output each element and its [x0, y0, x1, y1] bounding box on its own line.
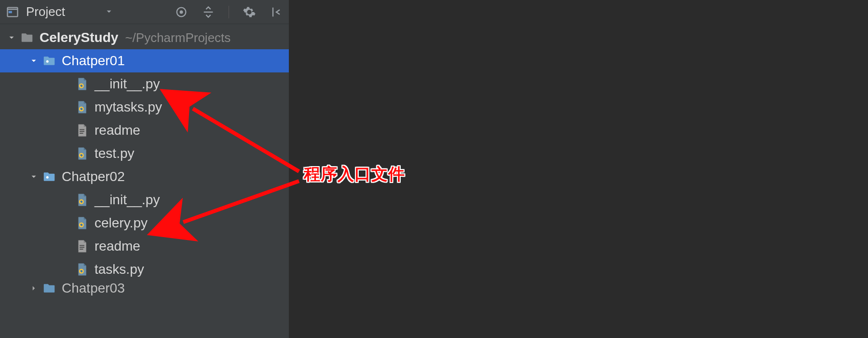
python-package-icon [41, 54, 58, 68]
python-file-icon [73, 146, 91, 161]
tree-file-test[interactable]: test.py [0, 142, 289, 165]
tree-node-label: Chatper02 [62, 169, 125, 184]
project-view-icon[interactable] [6, 5, 19, 19]
tree-node-label: Chatper01 [62, 53, 125, 69]
tree-file-label: celery.py [95, 215, 148, 231]
svg-rect-18 [80, 247, 84, 248]
tree-file-tasks[interactable]: tasks.py [0, 258, 289, 281]
tree-file-init-ch01[interactable]: __init__.py [0, 72, 289, 96]
scroll-from-source-icon[interactable] [175, 5, 188, 19]
svg-point-4 [180, 11, 183, 13]
svg-rect-19 [80, 249, 83, 250]
python-file-icon [73, 193, 91, 207]
svg-rect-10 [80, 129, 84, 130]
text-file-icon [73, 123, 91, 138]
tree-node-chapter01[interactable]: Chatper01 [0, 49, 289, 72]
tree-file-label: __init__.py [95, 192, 160, 208]
expand-arrow-icon[interactable] [5, 33, 18, 42]
tree-file-label: test.py [95, 146, 134, 161]
project-toolbar: Project [0, 0, 289, 24]
project-root-label: CeleryStudy [40, 30, 118, 45]
tree-file-celery[interactable]: celery.py [0, 211, 289, 235]
tree-file-mytasks[interactable]: mytasks.py [0, 96, 289, 119]
python-file-icon [73, 77, 91, 91]
svg-point-14 [46, 176, 49, 179]
settings-icon[interactable] [243, 5, 256, 19]
project-view-dropdown-icon[interactable] [105, 4, 113, 19]
project-root-path: ~/PycharmProjects [125, 30, 231, 45]
expand-arrow-icon[interactable] [27, 172, 41, 181]
svg-rect-12 [80, 133, 83, 134]
project-sidebar: Project [0, 0, 289, 338]
hide-icon[interactable] [270, 5, 283, 19]
tree-node-project-root[interactable]: CeleryStudy ~/PycharmProjects [0, 26, 289, 49]
python-file-icon [73, 100, 91, 114]
tree-file-init-ch02[interactable]: __init__.py [0, 188, 289, 211]
svg-rect-11 [80, 131, 84, 132]
project-tree[interactable]: CeleryStudy ~/PycharmProjects Chatper01 … [0, 24, 289, 338]
collapse-all-icon[interactable] [202, 5, 215, 19]
svg-rect-2 [9, 11, 12, 13]
expand-arrow-icon[interactable] [27, 284, 41, 293]
tree-node-chapter03[interactable]: Chatper03 [0, 281, 289, 296]
python-file-icon [73, 216, 91, 230]
tree-file-label: mytasks.py [95, 99, 162, 115]
svg-point-7 [46, 60, 49, 63]
tree-file-label: readme [95, 239, 140, 254]
tree-file-readme-ch01[interactable]: readme [0, 119, 289, 142]
text-file-icon [73, 239, 91, 254]
tree-node-chapter02[interactable]: Chatper02 [0, 165, 289, 188]
folder-icon [18, 30, 36, 45]
expand-arrow-icon[interactable] [27, 56, 41, 65]
python-package-icon [41, 281, 58, 296]
toolbar-separator [229, 6, 229, 18]
tree-file-label: tasks.py [95, 262, 144, 277]
annotation-label: 程序入口文件 [304, 163, 405, 185]
tree-node-label: Chatper03 [62, 281, 125, 296]
svg-rect-17 [80, 245, 84, 246]
python-file-icon [73, 262, 91, 277]
tree-file-readme-ch02[interactable]: readme [0, 235, 289, 258]
project-toolbar-title[interactable]: Project [26, 4, 65, 19]
tree-file-label: readme [95, 123, 140, 138]
tree-file-label: __init__.py [95, 76, 160, 92]
python-package-icon [41, 169, 58, 184]
